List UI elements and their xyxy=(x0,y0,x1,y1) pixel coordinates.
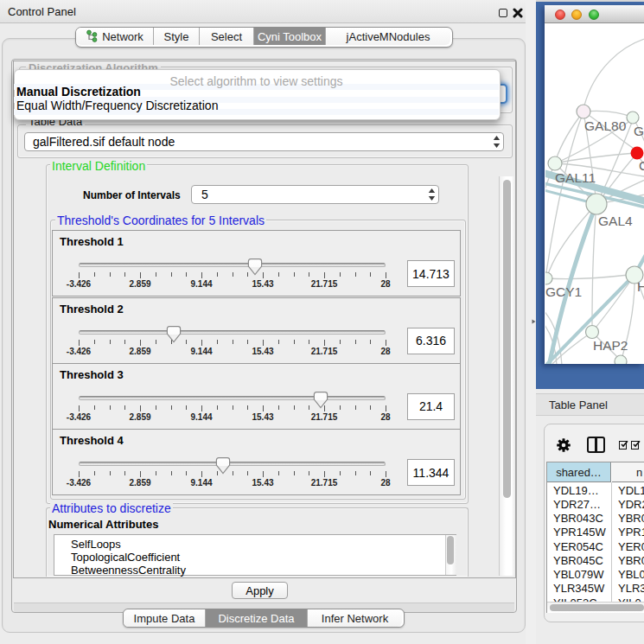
svg-text:GAL11: GAL11 xyxy=(555,170,596,185)
svg-text:C: C xyxy=(639,158,644,173)
svg-text:GAL80: GAL80 xyxy=(584,118,627,133)
svg-text:H: H xyxy=(637,279,644,294)
svg-text:HAP2: HAP2 xyxy=(593,338,628,353)
svg-text:GCY1: GCY1 xyxy=(545,284,582,299)
svg-text:GAL4: GAL4 xyxy=(598,214,633,228)
svg-text:GAL2: GAL2 xyxy=(634,124,644,138)
